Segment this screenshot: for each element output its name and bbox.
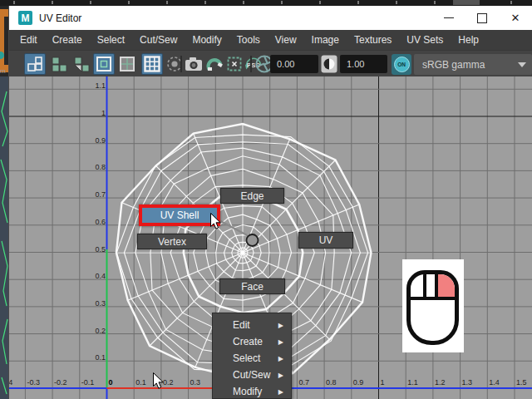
on-icon: ON [394,57,410,72]
window-controls: ✕ [432,6,532,30]
background-tick [90,1,91,4]
background-tick [52,1,53,4]
mouse-icon [406,270,459,345]
background-tick [204,1,206,4]
submenu-item-modify[interactable]: Modify▶ [213,383,291,399]
tiles-filled-icon [49,55,67,73]
background-tick [357,1,359,4]
submenu-expand-icon: ▶ [278,388,283,396]
contrast-button[interactable] [320,53,338,75]
menu-view[interactable]: View [268,34,304,46]
menu-help[interactable]: Help [451,34,486,46]
colorspace-dropdown[interactable]: sRGB gamma [414,54,532,75]
magnet-icon [205,55,224,73]
background-tick [434,1,436,4]
toolbar-separator [250,56,252,72]
marking-menu-face[interactable]: Face [219,278,285,294]
uv-distortion-button[interactable] [24,53,46,75]
snap-magnet-button[interactable] [204,53,225,75]
submenu-expand-icon: ▶ [278,338,283,346]
minimize-icon [444,17,454,18]
contrast-icon [321,55,337,73]
tiles-outline-icon [26,55,44,73]
submenu-item-cut-sew[interactable]: Cut/Sew▶ [213,367,291,383]
maximize-icon [477,13,487,23]
submenu-item-label: Edit [233,319,250,331]
background-segment [453,0,480,5]
grid-icon [143,55,161,73]
contrast-field[interactable]: 1.00 [340,55,387,73]
background-tick [281,1,283,4]
image-border-button[interactable] [93,53,115,75]
background-app-left-strip: m [0,6,8,399]
menu-cut-sew[interactable]: Cut/Sew [132,34,185,46]
marking-menu-edge[interactable]: Edge [220,188,284,204]
mouse-helper-graphic [402,259,464,352]
grid-toggle-button[interactable] [141,53,163,75]
menu-tools[interactable]: Tools [229,34,268,46]
titlebar[interactable]: M UV Editor ✕ [9,6,532,30]
tile-display-button[interactable] [47,53,69,75]
dashed-square-icon [226,56,243,72]
tile-shaded-button[interactable] [70,53,91,75]
close-button[interactable]: ✕ [499,6,532,30]
cursor-arrow-icon [153,372,165,390]
background-m-label: m [0,67,6,75]
screen: m M UV Editor ✕ EditCreateSe [0,0,532,399]
menu-edit[interactable]: Edit [12,34,45,46]
submenu-expand-icon: ▶ [278,372,283,379]
background-tick [128,1,130,4]
camera-icon [184,55,204,73]
mouse-right-button-highlight [438,274,455,297]
marking-menu-submenu: Edit▶Create▶Select▶Cut/Sew▶Modify▶ [212,313,292,399]
uv-canvas[interactable]: 1.110.90.80.70.60.50.40.30.20.1-0.4-0.3-… [9,76,532,399]
menu-create[interactable]: Create [45,34,90,46]
submenu-item-edit[interactable]: Edit▶ [213,317,291,333]
menu-textures[interactable]: Textures [347,34,399,46]
background-app-top-strip [0,0,532,6]
background-orange-glyph [0,9,4,72]
background-tick [510,1,512,4]
close-icon: ✕ [511,12,520,23]
bordered-square-icon [95,55,113,73]
toolbar-separator [180,56,182,72]
submenu-expand-icon: ▶ [278,322,283,329]
menu-select[interactable]: Select [90,34,132,46]
tiles-half-icon [71,55,90,73]
maximize-button[interactable] [466,6,499,30]
colorspace-value: sRGB gamma [422,59,485,71]
background-tick [166,1,168,4]
exposure-field[interactable]: 0.00 [270,55,318,73]
background-tick [396,1,397,4]
background-viewport-strip [0,76,8,399]
background-tick [243,1,244,4]
mouse-button-divider [423,274,426,297]
chevron-down-icon [518,62,526,67]
mouse-button-divider [435,274,438,297]
window-title: UV Editor [39,12,81,24]
background-tick [319,1,321,4]
submenu-item-label: Create [233,336,263,347]
minimize-button[interactable] [432,6,466,30]
uv-snapshot-button[interactable] [183,53,204,75]
submenu-expand-icon: ▶ [278,355,283,362]
marking-menu-vertex[interactable]: Vertex [137,234,207,249]
menu-uv-sets[interactable]: UV Sets [399,34,451,46]
submenu-item-label: Modify [233,386,262,397]
menu-image[interactable]: Image [304,34,347,46]
color-management-toggle[interactable]: ON [392,54,411,75]
marking-menu-uv-shell-selected[interactable]: UV Shell [142,208,217,223]
marking-menu-center-dot [247,234,259,246]
toolbar: PSD 0.00 1.00 ON sRGB gamma [9,50,532,76]
image-inset-button[interactable] [116,53,138,75]
uv-shell-highlight-frame: UV Shell [139,204,220,226]
submenu-item-select[interactable]: Select▶ [213,350,291,367]
menu-modify[interactable]: Modify [185,34,229,46]
cursor-arrow-icon [210,213,222,230]
menubar: EditCreateSelectCut/SewModifyToolsViewIm… [9,30,532,50]
mouse-button-divider [411,297,455,300]
submenu-item-create[interactable]: Create▶ [213,333,291,350]
uv-editor-window: M UV Editor ✕ EditCreateSelectCut/SewMod… [8,6,532,399]
framed-grid-icon [118,55,136,73]
marking-menu-uv[interactable]: UV [298,232,353,249]
